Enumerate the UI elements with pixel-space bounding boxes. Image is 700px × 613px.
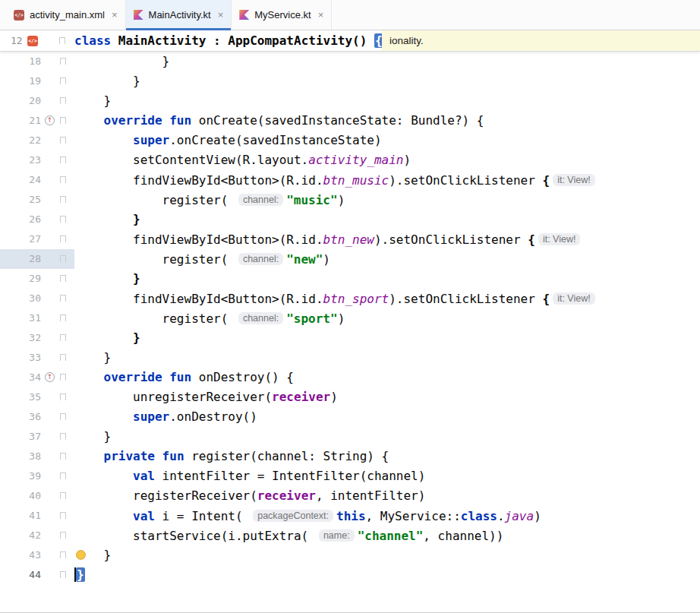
code-text[interactable]: } [74,269,700,289]
line-number[interactable]: 21 [0,111,44,131]
line-number[interactable]: 34 [0,368,44,387]
line-number[interactable]: 19 [0,71,44,91]
fold-marker[interactable] [56,52,74,71]
code-line[interactable]: 26 } [0,210,700,229]
override-method-icon[interactable]: ↑ [45,115,55,125]
code-text[interactable]: val intentFilter = IntentFilter(channel) [74,466,700,486]
code-text[interactable]: findViewById<Button>(R.id.btn_music).set… [74,170,700,190]
line-number[interactable]: 30 [0,289,44,308]
fold-marker[interactable] [56,210,74,229]
fold-marker[interactable] [56,387,74,407]
fold-marker[interactable] [56,111,74,131]
fold-marker[interactable] [56,190,74,210]
gutter[interactable]: 41 [0,506,74,526]
code-line[interactable]: 36 super.onDestroy() [0,407,700,427]
fold-marker[interactable] [56,150,74,170]
code-line[interactable]: 30 findViewById<Button>(R.id.btn_sport).… [0,289,700,308]
code-text[interactable]: } [74,565,700,585]
code-line[interactable]: 38 private fun register(channel: String)… [0,447,700,466]
gutter[interactable]: 40 [0,486,74,506]
line-number[interactable]: 27 [0,229,44,249]
gutter[interactable]: 33 [0,348,74,368]
code-line[interactable]: 37 } [0,427,700,447]
line-number[interactable]: 41 [0,506,44,526]
code-text[interactable]: super.onDestroy() [74,407,700,427]
line-number[interactable]: 18 [0,52,44,71]
line-number[interactable]: 25 [0,190,44,210]
fold-marker[interactable] [56,526,74,545]
code-text[interactable]: override fun onDestroy() { [74,368,700,387]
code-line[interactable]: 42 startService(i.putExtra( name:"channe… [0,526,700,545]
gutter[interactable]: 29 [0,269,74,289]
gutter[interactable]: 22 [0,131,74,150]
close-icon[interactable]: × [112,10,118,20]
fold-marker[interactable] [56,91,74,111]
gutter[interactable]: 20 [0,91,74,111]
code-line[interactable]: 25 register( channel:"music") [0,190,700,210]
fold-marker[interactable] [56,328,74,348]
gutter[interactable]: 31 [0,308,74,328]
sticky-header-line[interactable]: 12 </> class MainActivity : AppCompatAct… [0,30,700,52]
code-line[interactable]: 18 } [0,52,700,71]
code-text[interactable]: } [74,348,700,368]
fold-marker[interactable] [56,506,74,526]
code-line[interactable]: 19 } [0,71,700,91]
code-text[interactable]: } [74,545,700,565]
line-number[interactable]: 26 [0,210,44,229]
code-line[interactable]: 44} [0,565,700,585]
code-text[interactable]: override fun onCreate(savedInstanceState… [74,111,700,131]
code-line[interactable]: 23 setContentView(R.layout.activity_main… [0,150,700,170]
gutter[interactable]: 39 [0,466,74,486]
code-line[interactable]: 24 findViewById<Button>(R.id.btn_music).… [0,170,700,190]
code-line[interactable]: 41 val i = Intent( packageContext:this, … [0,506,700,526]
editor-code-area[interactable]: 18 }19 }20 }21↑ override fun onCreate(sa… [0,52,700,585]
line-number[interactable]: 38 [0,447,44,466]
fold-marker[interactable] [56,71,74,91]
line-number[interactable]: 29 [0,269,44,289]
code-line[interactable]: 32 } [0,328,700,348]
code-line[interactable]: 31 register( channel:"sport") [0,308,700,328]
code-line[interactable]: 34↑ override fun onDestroy() { [0,368,700,387]
fold-marker[interactable] [59,37,65,44]
code-text[interactable]: findViewById<Button>(R.id.btn_sport).set… [74,289,700,308]
fold-marker[interactable] [56,447,74,466]
gutter[interactable]: 37 [0,427,74,447]
code-line[interactable]: 21↑ override fun onCreate(savedInstanceS… [0,111,700,131]
fold-marker[interactable] [56,289,74,308]
tab-mainactivity-kt[interactable]: MainActivity.kt × [126,0,232,30]
gutter[interactable]: 32 [0,328,74,348]
close-icon[interactable]: × [318,10,324,20]
code-text[interactable]: setContentView(R.layout.activity_main) [74,150,700,170]
gutter[interactable]: 43 [0,545,74,565]
code-line[interactable]: 27 findViewById<Button>(R.id.btn_new).se… [0,229,700,249]
code-line[interactable]: 28 register( channel:"new") [0,249,700,269]
code-text[interactable]: } [74,427,700,447]
code-text[interactable]: startService(i.putExtra( name:"channel",… [74,526,700,545]
tab-myservice-kt[interactable]: MyService.kt × [232,0,332,30]
line-number[interactable]: 22 [0,131,44,150]
gutter[interactable]: 35 [0,387,74,407]
line-number[interactable]: 20 [0,91,44,111]
gutter[interactable]: 38 [0,447,74,466]
code-line[interactable]: 39 val intentFilter = IntentFilter(chann… [0,466,700,486]
line-number[interactable]: 37 [0,427,44,447]
code-line[interactable]: 33 } [0,348,700,368]
code-line[interactable]: 43 } [0,545,700,565]
gutter[interactable]: 28 [0,249,74,269]
code-text[interactable]: } [74,52,700,71]
code-line[interactable]: 35 unregisterReceiver(receiver) [0,387,700,407]
gutter[interactable]: 44 [0,565,74,585]
gutter[interactable]: 30 [0,289,74,308]
code-text[interactable]: } [74,328,700,348]
sticky-code-text[interactable]: class MainActivity : AppCompatActivity()… [74,30,383,52]
fold-marker[interactable] [56,407,74,427]
gutter[interactable]: 24 [0,170,74,190]
gutter[interactable]: 18 [0,52,74,71]
gutter[interactable]: 21↑ [0,111,74,131]
gutter[interactable]: 36 [0,407,74,427]
line-number[interactable]: 35 [0,387,44,407]
code-text[interactable]: } [74,91,700,111]
line-number[interactable]: 44 [0,565,44,585]
fold-marker[interactable] [56,170,74,190]
line-number[interactable]: 24 [0,170,44,190]
